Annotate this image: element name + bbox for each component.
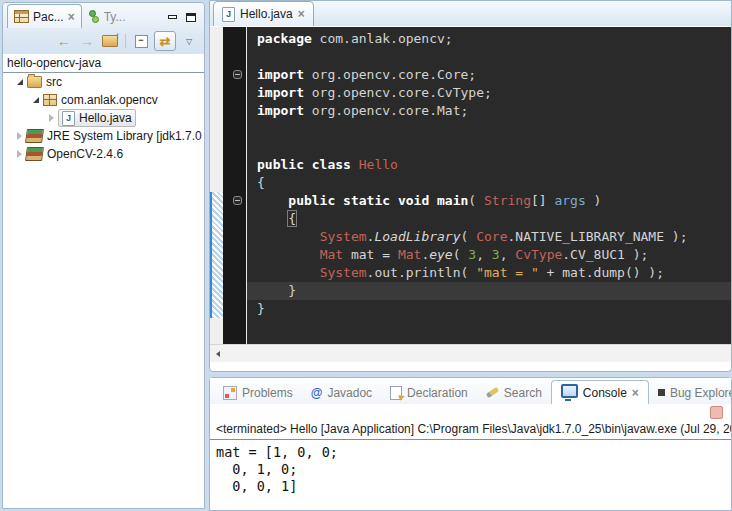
collapse-all-icon: − xyxy=(135,35,148,48)
tab-label: Problems xyxy=(242,386,293,400)
tree-item-jre-library[interactable]: JRE System Library [jdk1.7.0 xyxy=(3,127,204,145)
code-line[interactable]: { xyxy=(257,174,731,192)
tree-item-label: src xyxy=(46,75,62,89)
code-line[interactable] xyxy=(257,120,731,138)
back-arrow-icon: ← xyxy=(57,33,71,49)
close-icon[interactable]: × xyxy=(298,9,305,19)
maximize-icon[interactable] xyxy=(186,13,196,22)
collapse-all-button[interactable]: − xyxy=(131,32,151,50)
editor-body: package com.anlak.opencv; import org.ope… xyxy=(210,27,731,344)
code-line[interactable] xyxy=(257,48,731,66)
up-folder-icon: ↑ xyxy=(102,35,118,47)
javadoc-icon: @ xyxy=(311,386,323,400)
code-line[interactable]: Mat mat = Mat.eye( 3, 3, CvType.CV_8UC1 … xyxy=(257,246,731,264)
back-button[interactable]: ← xyxy=(54,32,74,50)
code-lines: package com.anlak.opencv; import org.ope… xyxy=(257,30,731,318)
fold-collapse-icon[interactable] xyxy=(233,196,242,205)
library-icon xyxy=(25,129,44,143)
code-area[interactable]: package com.anlak.opencv; import org.ope… xyxy=(247,27,731,344)
code-line[interactable]: import org.opencv.core.CvType; xyxy=(257,84,731,102)
bug-explorer-icon xyxy=(658,389,665,396)
code-line[interactable]: import org.opencv.core.Mat; xyxy=(257,102,731,120)
console-line[interactable]: 0, 0, 1] xyxy=(216,478,731,495)
code-line[interactable]: public class Hello xyxy=(257,156,731,174)
tab-declaration[interactable]: Declaration xyxy=(381,381,477,404)
tab-label: Javadoc xyxy=(327,386,372,400)
code-line[interactable]: import org.opencv.core.Core; xyxy=(257,66,731,84)
tab-label: Search xyxy=(504,386,542,400)
tab-problems[interactable]: Problems xyxy=(214,381,302,404)
terminate-icon[interactable] xyxy=(710,406,723,419)
expand-arrow-icon[interactable] xyxy=(17,79,23,85)
close-icon[interactable]: × xyxy=(68,12,75,22)
java-file-icon: J xyxy=(222,7,235,22)
declaration-icon xyxy=(390,386,402,400)
link-with-editor-button[interactable]: ⇄ xyxy=(154,31,176,51)
tab-label: Pac... xyxy=(33,10,64,24)
console-icon xyxy=(561,384,578,398)
selected-item-box[interactable]: J Hello.java xyxy=(58,109,136,127)
tab-javadoc[interactable]: @ Javadoc xyxy=(302,381,381,404)
code-line[interactable]: } xyxy=(247,282,731,300)
expand-arrow-icon[interactable] xyxy=(33,97,39,103)
left-panel-tab-bar: Pac... × Ty... xyxy=(3,3,204,28)
view-menu-button[interactable]: ▽ xyxy=(179,32,199,50)
editor-tab-label: Hello.java xyxy=(240,7,293,21)
console-toolbar xyxy=(210,404,731,421)
fold-collapse-icon[interactable] xyxy=(233,70,242,79)
console-line[interactable]: 0, 1, 0; xyxy=(216,461,731,478)
package-explorer-icon xyxy=(14,10,29,23)
tree-item-src[interactable]: src xyxy=(3,73,204,91)
horizontal-scrollbar[interactable] xyxy=(210,344,731,362)
collapsed-arrow-icon[interactable] xyxy=(17,132,22,140)
console-header: <terminated> Hello [Java Application] C:… xyxy=(210,421,731,440)
code-line[interactable]: { xyxy=(257,210,731,228)
scroll-left-arrow-icon[interactable] xyxy=(216,351,220,357)
tab-label: Ty... xyxy=(104,10,126,24)
code-line[interactable]: } xyxy=(257,300,731,318)
forward-button[interactable]: → xyxy=(77,32,97,50)
console-panel: Problems @ Javadoc Declaration Search Co… xyxy=(209,377,732,511)
tree-item-opencv-library[interactable]: OpenCV-2.4.6 xyxy=(3,145,204,163)
tree-item-package[interactable]: com.anlak.opencv xyxy=(3,91,204,109)
package-icon xyxy=(43,94,57,106)
code-line[interactable]: public static void main( String[] args ) xyxy=(257,192,731,210)
tab-type-hierarchy[interactable]: Ty... xyxy=(82,5,132,28)
tab-package-explorer[interactable]: Pac... × xyxy=(7,4,82,28)
toolbar-separator xyxy=(125,34,126,48)
tree-item-label: JRE System Library [jdk1.7.0 xyxy=(47,129,202,143)
chevron-down-icon: ▽ xyxy=(186,37,192,46)
console-line[interactable]: mat = [1, 0, 0; xyxy=(216,444,731,461)
editor-tab-bar: J Hello.java × xyxy=(210,1,731,27)
library-icon xyxy=(25,147,44,161)
up-button[interactable]: ↑ xyxy=(100,32,120,50)
panel-window-buttons xyxy=(168,13,204,28)
code-line[interactable] xyxy=(257,138,731,156)
collapsed-arrow-icon[interactable] xyxy=(17,150,22,158)
package-explorer-panel: Pac... × Ty... ← → ↑ − ⇄ ▽ hello-openc xyxy=(2,2,205,509)
tree-item-hello-java[interactable]: J Hello.java xyxy=(3,109,204,127)
bottom-tab-bar: Problems @ Javadoc Declaration Search Co… xyxy=(210,378,731,404)
tree-project-root[interactable]: hello-opencv-java xyxy=(3,54,204,73)
up-arrow-icon: ↑ xyxy=(115,30,120,41)
tab-console[interactable]: Console × xyxy=(551,380,649,404)
minimize-icon[interactable] xyxy=(168,14,177,22)
tab-hello-java-editor[interactable]: J Hello.java × xyxy=(213,1,314,26)
code-line[interactable]: System.out.println( "mat = " + mat.dump(… xyxy=(257,264,731,282)
java-file-icon: J xyxy=(62,111,75,126)
collapsed-arrow-icon[interactable] xyxy=(49,114,54,122)
package-explorer-toolbar: ← → ↑ − ⇄ ▽ xyxy=(3,28,204,54)
selection-range-indicator xyxy=(210,192,223,318)
code-line[interactable]: package com.anlak.opencv; xyxy=(257,30,731,48)
tree-item-label: Hello.java xyxy=(79,111,132,125)
editor-pane: J Hello.java × package com.anlak.opencv;… xyxy=(209,0,732,372)
annotation-gutter xyxy=(210,27,223,344)
link-with-editor-icon: ⇄ xyxy=(160,34,171,49)
tab-search[interactable]: Search xyxy=(477,381,551,404)
type-hierarchy-icon xyxy=(88,10,100,23)
tab-bug-explorer[interactable]: Bug Explorer xyxy=(649,381,731,404)
close-icon[interactable]: × xyxy=(632,388,639,398)
console-output[interactable]: mat = [1, 0, 0; 0, 1, 0; 0, 0, 1] xyxy=(210,440,731,495)
code-line[interactable]: System.LoadLibrary( Core.NATIVE_LIBRARY_… xyxy=(257,228,731,246)
search-icon xyxy=(486,387,500,399)
